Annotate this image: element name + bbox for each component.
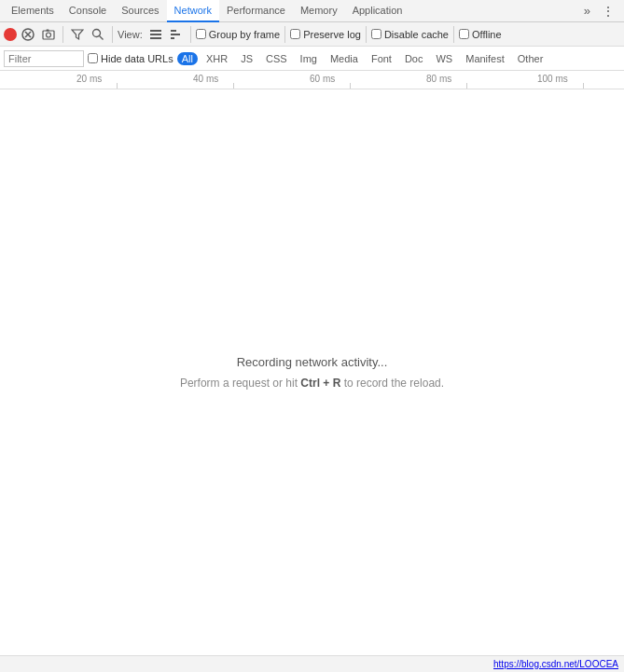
disable-cache-checkbox[interactable] bbox=[371, 29, 381, 39]
svg-rect-5 bbox=[47, 29, 49, 31]
clear-button[interactable] bbox=[19, 25, 37, 44]
toolbar-divider-6 bbox=[453, 26, 454, 43]
filter-type-manifest[interactable]: Manifest bbox=[461, 52, 509, 65]
tab-network[interactable]: Network bbox=[167, 0, 219, 22]
preserve-log-label[interactable]: Preserve log bbox=[290, 29, 361, 40]
more-tabs-button[interactable]: » bbox=[578, 2, 596, 20]
filter-icon bbox=[71, 28, 84, 41]
view-label: View: bbox=[118, 29, 143, 40]
ruler-tick-5 bbox=[583, 83, 584, 89]
offline-checkbox[interactable] bbox=[459, 29, 469, 39]
ruler-tick-4 bbox=[466, 83, 467, 89]
hint-text-before: Perform a request or hit bbox=[180, 377, 300, 390]
filter-button[interactable] bbox=[68, 25, 87, 44]
waterfall-view-icon bbox=[170, 28, 183, 41]
screenshot-button[interactable] bbox=[39, 25, 58, 44]
ruler-label-80ms: 80 ms bbox=[426, 74, 451, 84]
timeline-ruler: 20 ms 40 ms 60 ms 80 ms 100 ms bbox=[0, 71, 624, 89]
ruler-tick-3 bbox=[350, 83, 351, 89]
toolbar-divider-4 bbox=[284, 26, 285, 43]
svg-rect-10 bbox=[150, 34, 161, 35]
tab-elements[interactable]: Elements bbox=[4, 0, 62, 22]
tab-memory[interactable]: Memory bbox=[293, 0, 345, 22]
svg-line-8 bbox=[100, 35, 104, 39]
group-by-frame-checkbox[interactable] bbox=[196, 29, 206, 39]
clear-icon bbox=[21, 28, 35, 41]
hint-text: Perform a request or hit Ctrl + R to rec… bbox=[180, 377, 444, 390]
group-by-frame-label[interactable]: Group by frame bbox=[196, 29, 280, 40]
svg-marker-6 bbox=[72, 30, 83, 39]
list-view-icon bbox=[149, 28, 162, 41]
devtools-menu-button[interactable]: ⋮ bbox=[596, 2, 620, 21]
svg-rect-3 bbox=[43, 31, 54, 39]
toolbar-divider-5 bbox=[366, 26, 367, 43]
svg-rect-11 bbox=[150, 37, 161, 39]
ruler-label-20ms: 20 ms bbox=[76, 74, 102, 84]
ruler-label-100ms: 100 ms bbox=[537, 74, 568, 84]
ruler-tick-1 bbox=[117, 83, 118, 89]
filter-type-css[interactable]: CSS bbox=[261, 52, 292, 65]
hide-data-urls-label[interactable]: Hide data URLs bbox=[88, 53, 173, 64]
toolbar-divider-1 bbox=[62, 26, 63, 43]
filter-type-xhr[interactable]: XHR bbox=[201, 52, 232, 65]
svg-rect-9 bbox=[150, 30, 161, 32]
camera-icon bbox=[42, 28, 55, 41]
filter-input[interactable] bbox=[4, 50, 84, 67]
svg-point-4 bbox=[47, 33, 51, 37]
filter-type-media[interactable]: Media bbox=[326, 52, 363, 65]
list-view-button[interactable] bbox=[146, 25, 165, 44]
ruler-tick-2 bbox=[233, 83, 234, 89]
status-url[interactable]: https://blog.csdn.net/LOOCEA bbox=[493, 659, 618, 669]
svg-rect-14 bbox=[171, 37, 174, 39]
main-content: Recording network activity... Perform a … bbox=[0, 89, 624, 655]
svg-point-7 bbox=[93, 29, 101, 36]
filter-type-other[interactable]: Other bbox=[513, 52, 548, 65]
offline-label[interactable]: Offline bbox=[459, 29, 502, 40]
ruler-label-60ms: 60 ms bbox=[310, 74, 335, 84]
waterfall-view-button[interactable] bbox=[167, 25, 186, 44]
filter-type-doc[interactable]: Doc bbox=[400, 52, 428, 65]
search-button[interactable] bbox=[89, 25, 107, 44]
filter-type-js[interactable]: JS bbox=[236, 52, 257, 65]
tab-console[interactable]: Console bbox=[62, 0, 114, 22]
tab-application[interactable]: Application bbox=[345, 0, 410, 22]
tab-sources[interactable]: Sources bbox=[114, 0, 166, 22]
record-button[interactable] bbox=[4, 28, 17, 41]
recording-text: Recording network activity... bbox=[237, 355, 388, 369]
svg-rect-12 bbox=[171, 30, 176, 32]
preserve-log-checkbox[interactable] bbox=[290, 29, 300, 39]
toolbar-divider-3 bbox=[190, 26, 191, 43]
disable-cache-label[interactable]: Disable cache bbox=[371, 29, 449, 40]
filter-type-img[interactable]: Img bbox=[296, 52, 322, 65]
filter-type-font[interactable]: Font bbox=[367, 52, 396, 65]
shortcut-text: Ctrl + R bbox=[300, 377, 340, 390]
devtools-tab-bar: Elements Console Sources Network Perform… bbox=[0, 0, 624, 22]
status-bar: https://blog.csdn.net/LOOCEA bbox=[0, 655, 624, 672]
hint-text-after: to record the reload. bbox=[340, 377, 444, 390]
search-icon bbox=[91, 28, 104, 41]
filter-row: Hide data URLs All XHR JS CSS Img Media … bbox=[0, 47, 624, 71]
toolbar-divider-2 bbox=[112, 26, 113, 43]
svg-rect-13 bbox=[171, 34, 180, 35]
tab-performance[interactable]: Performance bbox=[219, 0, 293, 22]
filter-type-all[interactable]: All bbox=[177, 52, 198, 65]
filter-type-ws[interactable]: WS bbox=[431, 52, 457, 65]
hide-data-urls-checkbox[interactable] bbox=[88, 53, 98, 63]
ruler-label-40ms: 40 ms bbox=[193, 74, 218, 84]
network-toolbar: View: Group by frame Preserve log Disabl… bbox=[0, 22, 624, 47]
